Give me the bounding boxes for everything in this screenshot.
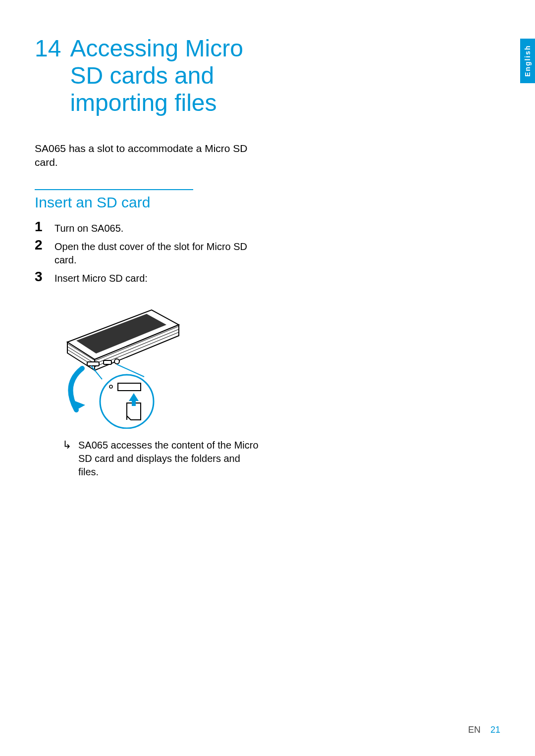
step-text: Insert Micro SD card:	[54, 270, 148, 285]
chapter-number: 14	[35, 35, 61, 117]
list-item: 3 Insert Micro SD card:	[35, 270, 263, 285]
language-tab: English	[520, 39, 535, 83]
list-item: 1 Turn on SA065.	[35, 220, 263, 235]
device-sd-diagram-icon	[53, 295, 186, 429]
page-footer: EN 21	[468, 725, 500, 735]
step-list: 1 Turn on SA065. 2 Open the dust cover o…	[35, 220, 263, 285]
result-text: SA065 accesses the content of the Micro …	[78, 439, 261, 479]
step-number: 2	[35, 238, 46, 252]
intro-paragraph: SA065 has a slot to accommodate a Micro …	[35, 142, 253, 170]
list-item: 2 Open the dust cover of the slot for Mi…	[35, 238, 263, 267]
result-note: ↳ SA065 accesses the content of the Micr…	[62, 439, 261, 479]
svg-rect-16	[118, 383, 141, 391]
svg-point-12	[114, 359, 119, 364]
footer-lang: EN	[468, 725, 481, 735]
step-number: 1	[35, 220, 46, 234]
section-heading: Insert an SD card	[35, 194, 500, 211]
step-text: Turn on SA065.	[54, 220, 123, 235]
section-divider	[35, 189, 193, 190]
manual-page: English 14 Accessing Micro SD cards and …	[0, 0, 535, 756]
chapter-title: Accessing Micro SD cards and importing f…	[70, 35, 263, 117]
step-number: 3	[35, 270, 46, 284]
svg-rect-11	[104, 360, 111, 364]
svg-point-17	[109, 385, 112, 388]
footer-page-number: 21	[490, 725, 500, 735]
sd-card-illustration	[53, 295, 500, 431]
svg-rect-10	[87, 362, 99, 366]
step-text: Open the dust cover of the slot for Micr…	[54, 238, 263, 267]
result-arrow-icon: ↳	[62, 439, 71, 479]
chapter-heading: 14 Accessing Micro SD cards and importin…	[35, 35, 263, 117]
